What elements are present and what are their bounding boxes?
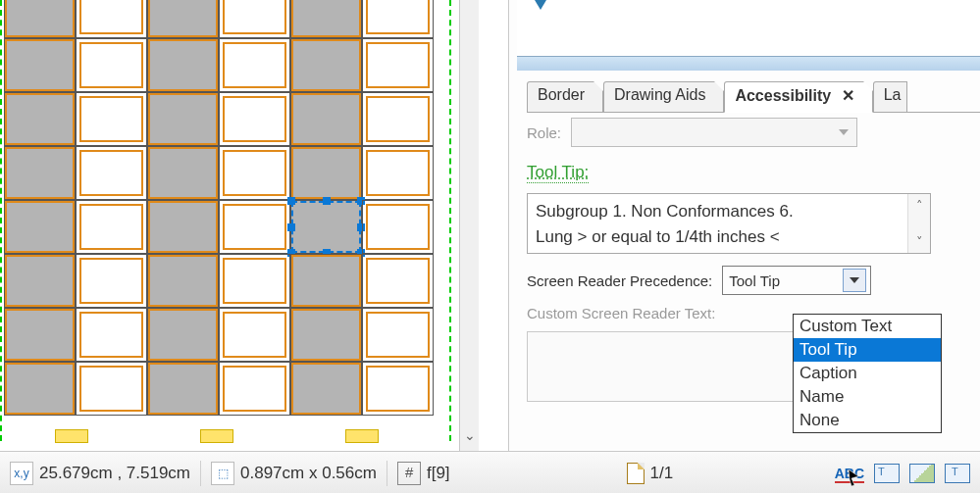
table-cell[interactable] <box>76 146 147 200</box>
tab-drawing-aids[interactable]: Drawing Aids <box>603 81 724 112</box>
binding-marker[interactable] <box>200 429 233 443</box>
tooltip-textarea[interactable]: Subgroup 1. Non Conformances 6. Lung > o… <box>527 193 931 254</box>
tooltip-text-line: Lung > or equal to 1/4th inches < <box>536 224 900 250</box>
table-cell[interactable] <box>362 254 434 308</box>
table-cell[interactable] <box>4 362 76 416</box>
scroll-down-icon[interactable]: ˅ <box>908 230 930 253</box>
status-page: 1/1 <box>650 464 674 483</box>
resize-handle[interactable] <box>323 197 331 205</box>
textarea-scrollbar[interactable]: ˄ ˅ <box>907 194 930 253</box>
scroll-up-icon[interactable]: ˄ <box>908 194 930 217</box>
table-cell[interactable] <box>362 362 434 416</box>
table-cell[interactable] <box>219 0 290 38</box>
table-cell[interactable] <box>4 146 76 200</box>
tab-label: Border <box>538 86 585 103</box>
binding-marker[interactable] <box>55 429 88 443</box>
table-cell[interactable] <box>147 362 219 416</box>
field-ref-icon: # <box>397 462 421 485</box>
tab-border[interactable]: Border <box>527 81 603 112</box>
table-cell[interactable] <box>147 0 219 38</box>
table-cell[interactable] <box>362 146 434 200</box>
table-cell[interactable] <box>290 92 362 146</box>
binding-marker[interactable] <box>345 429 379 443</box>
panel-header <box>517 0 980 71</box>
table-cell-selected[interactable] <box>290 200 362 254</box>
table-cell[interactable] <box>147 92 219 146</box>
table-cell[interactable] <box>76 38 147 92</box>
dropdown-option[interactable]: Name <box>794 385 941 409</box>
tooltip-text-line: Subgroup 1. Non Conformances 6. <box>536 199 900 224</box>
table-cell[interactable] <box>219 38 290 92</box>
custom-text-textarea <box>527 331 794 402</box>
close-icon[interactable]: ✕ <box>842 87 854 104</box>
table-cell[interactable] <box>362 0 434 38</box>
precedence-dropdown[interactable]: Tool Tip <box>722 266 871 295</box>
table-cell[interactable] <box>147 38 219 92</box>
table-cell[interactable] <box>362 200 434 254</box>
spellcheck-icon[interactable]: ABC <box>835 464 864 483</box>
dropdown-option[interactable]: Caption <box>794 362 941 385</box>
table-cell[interactable] <box>147 146 219 200</box>
status-bar: x,y 25.679cm , 7.519cm ⬚ 0.897cm x 0.56c… <box>0 451 980 493</box>
table-cell[interactable] <box>219 92 290 146</box>
table-cell[interactable] <box>4 38 76 92</box>
table-cell[interactable] <box>4 254 76 308</box>
table-cell[interactable] <box>362 308 434 362</box>
tab-layout[interactable]: La <box>873 81 908 112</box>
canvas-scrollbar[interactable]: ⌄ <box>459 0 481 451</box>
table-cell[interactable] <box>290 254 362 308</box>
table-cell[interactable] <box>290 38 362 92</box>
table-cell[interactable] <box>147 308 219 362</box>
xy-position-icon: x,y <box>10 462 33 485</box>
chevron-down-icon[interactable] <box>843 269 866 292</box>
tab-label: Drawing Aids <box>614 86 705 103</box>
tab-accessibility[interactable]: Accessibility ✕ <box>724 81 872 113</box>
table-cell[interactable] <box>147 254 219 308</box>
dropdown-option[interactable]: Custom Text <box>794 315 941 338</box>
precedence-label: Screen Reader Precedence: <box>527 272 712 289</box>
status-field: f[9] <box>427 464 450 483</box>
table-cell[interactable] <box>76 254 147 308</box>
table-cell[interactable] <box>76 0 147 38</box>
text-field-tool-icon[interactable]: T <box>874 464 900 483</box>
resize-handle[interactable] <box>287 197 295 205</box>
table-cell[interactable] <box>4 92 76 146</box>
role-label: Role: <box>527 124 561 141</box>
table-cell[interactable] <box>219 200 290 254</box>
table-cell[interactable] <box>4 0 76 38</box>
tab-label: La <box>884 86 902 103</box>
dropdown-option-selected[interactable]: Tool Tip <box>794 338 941 362</box>
anchor-tool-icon[interactable]: T <box>945 464 970 483</box>
table-cell[interactable] <box>219 362 290 416</box>
tab-label: Accessibility <box>735 87 831 104</box>
table-cell[interactable] <box>219 146 290 200</box>
resize-handle[interactable] <box>287 223 295 231</box>
panel-marker-icon <box>535 0 546 10</box>
custom-text-label: Custom Screen Reader Text: <box>527 305 715 321</box>
table-cell[interactable] <box>76 200 147 254</box>
dropdown-option[interactable]: None <box>794 409 941 432</box>
svg-marker-0 <box>849 469 858 486</box>
table-cell[interactable] <box>290 362 362 416</box>
scroll-down-icon[interactable]: ⌄ <box>460 427 480 443</box>
page-guide-right <box>449 0 451 441</box>
precedence-dropdown-list[interactable]: Custom Text Tool Tip Caption Name None <box>793 314 942 433</box>
table-cell[interactable] <box>219 254 290 308</box>
table-cell[interactable] <box>147 200 219 254</box>
table-cell[interactable] <box>290 0 362 38</box>
page-icon <box>627 463 645 484</box>
image-tool-icon[interactable] <box>909 464 935 483</box>
form-table <box>4 0 434 416</box>
table-cell[interactable] <box>362 92 434 146</box>
table-cell[interactable] <box>290 308 362 362</box>
table-cell[interactable] <box>4 200 76 254</box>
table-cell[interactable] <box>362 38 434 92</box>
table-cell[interactable] <box>290 146 362 200</box>
table-cell[interactable] <box>219 308 290 362</box>
form-design-canvas[interactable] <box>0 0 459 451</box>
table-cell[interactable] <box>76 308 147 362</box>
table-cell[interactable] <box>76 362 147 416</box>
table-cell[interactable] <box>76 92 147 146</box>
table-cell[interactable] <box>4 308 76 362</box>
tooltip-label-link[interactable]: Tool Tip: <box>527 163 589 183</box>
